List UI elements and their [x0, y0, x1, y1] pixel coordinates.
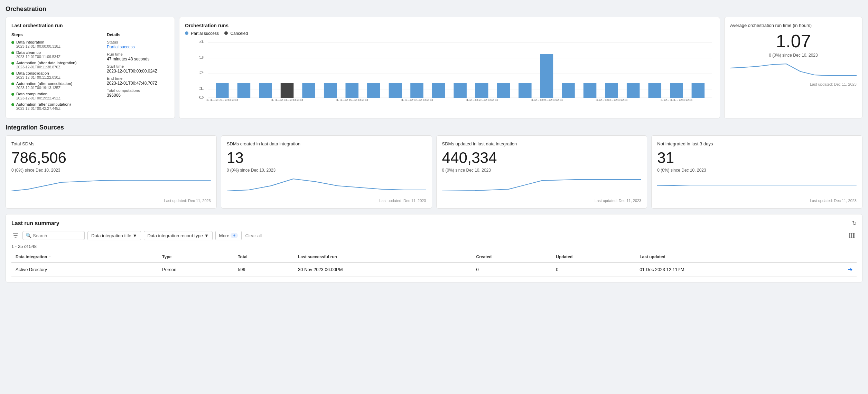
chevron-down-icon-2: ▼: [204, 233, 209, 238]
svg-rect-40: [692, 83, 705, 98]
step-info: Data clean up 2023-12-01T00:11:09.534Z: [16, 50, 60, 59]
step-name: Data integration: [16, 40, 60, 44]
svg-rect-29: [519, 83, 532, 98]
sdm-sparkline: [657, 175, 857, 193]
canceled-dot: [224, 31, 228, 35]
row-arrow[interactable]: ➔: [848, 266, 852, 273]
sdm-card-title: Total SDMs: [11, 141, 211, 146]
partial-dot: [185, 31, 188, 35]
step-item: Data computation 2023-12-01T00:19:22.492…: [11, 92, 100, 100]
search-input-wrap[interactable]: 🔍: [22, 231, 85, 240]
sdm-number: 13: [227, 149, 426, 166]
step-info: Automation (after data integration) 2023…: [16, 61, 77, 69]
page-title: Orchestration: [6, 6, 862, 13]
cell-type: Person: [158, 262, 234, 277]
sdm-number: 31: [657, 149, 857, 166]
main-page: Orchestration Last orchestration run Ste…: [0, 0, 868, 288]
cell-action[interactable]: ➔: [814, 262, 857, 277]
sdm-last-updated: Last updated: Dec 11, 2023: [657, 199, 857, 203]
step-time: 2023-12-01T00:11:22.030Z: [16, 75, 60, 79]
search-input[interactable]: [33, 233, 82, 238]
sdm-number: 786,506: [11, 149, 211, 166]
svg-text:11-26-2023: 11-26-2023: [336, 99, 368, 101]
step-time: 2023-12-01T00:19:22.492Z: [16, 96, 60, 100]
step-name: Data computation: [16, 92, 60, 96]
step-name: Automation (after computation): [16, 102, 71, 106]
avg-value: 1.07: [730, 31, 857, 51]
col-last-successful-run: Last successful run: [294, 252, 472, 262]
last-run-title: Last orchestration run: [11, 23, 169, 28]
summary-table: Data integration ↑ Type Total Last succe…: [11, 252, 857, 277]
runs-title: Orchestration runs: [185, 23, 714, 28]
col-created: Created: [472, 252, 552, 262]
cell-created: 0: [472, 262, 552, 277]
orchestration-runs-card: Orchestration runs Partial success Cance…: [179, 17, 720, 118]
summary-header: Last run summary ↻: [11, 220, 857, 227]
summary-toolbar: 🔍 Data integration title ▼ Data integrat…: [11, 231, 857, 240]
cell-data-integration: Active Directory: [11, 262, 158, 277]
svg-rect-32: [562, 83, 575, 98]
data-integration-title-filter[interactable]: Data integration title ▼: [87, 231, 141, 240]
step-info: Data integration 2023-12-01T00:00:00.318…: [16, 40, 60, 48]
table-head: Data integration ↑ Type Total Last succe…: [11, 252, 857, 262]
table-row: Active Directory Person 599 30 Nov 2023 …: [11, 262, 857, 277]
svg-rect-17: [324, 83, 337, 98]
step-dot: [11, 83, 14, 85]
col-last-updated: Last updated: [635, 252, 813, 262]
sdm-sparkline: [227, 175, 426, 193]
starttime-value: 2023-12-01T00:00:00.024Z: [107, 69, 169, 74]
svg-rect-33: [584, 83, 597, 98]
svg-text:11-23-2023: 11-23-2023: [271, 99, 304, 101]
col-data-integration: Data integration ↑: [11, 252, 158, 262]
integration-sources-title: Integration Sources: [6, 124, 862, 131]
steps-column: Steps Data integration 2023-12-01T00:00:…: [11, 32, 100, 113]
steps-header: Steps: [11, 32, 100, 37]
filter-icon: [13, 233, 18, 238]
cell-total: 599: [234, 262, 294, 277]
data-integration-record-type-filter[interactable]: Data integration record type ▼: [144, 231, 213, 240]
sdm-cards: Total SDMs 786,506 0 (0%) since Dec 10, …: [6, 135, 862, 209]
last-run-summary-section: Last run summary ↻ 🔍 Data integration ti…: [6, 214, 862, 282]
chevron-down-icon: ▼: [133, 233, 137, 238]
clear-all-button[interactable]: Clear all: [244, 231, 262, 240]
step-item: Data consolidation 2023-12-01T00:11:22.0…: [11, 71, 100, 79]
svg-rect-24: [432, 83, 445, 98]
step-time: 2023-12-01T00:42:27.445Z: [16, 106, 71, 110]
step-time: 2023-12-01T00:00:00.318Z: [16, 44, 60, 48]
svg-rect-13: [259, 83, 272, 98]
svg-text:0: 0: [199, 96, 204, 99]
col-action: [814, 252, 857, 262]
sdm-since: 0 (0%) since Dec 10, 2023: [657, 168, 857, 173]
sdm-card-title: SDMs created in last data integration: [227, 141, 426, 146]
avg-since: 0 (0%) since Dec 10, 2023: [730, 53, 857, 58]
svg-rect-26: [475, 83, 488, 98]
runtime-value: 47 minutes 48 seconds: [107, 57, 169, 61]
sdm-number: 440,334: [442, 149, 642, 166]
col-updated: Updated: [552, 252, 635, 262]
legend-canceled: Canceled: [224, 31, 248, 36]
more-button[interactable]: More +: [215, 231, 242, 240]
svg-rect-38: [670, 83, 683, 98]
step-dot: [11, 72, 14, 75]
step-name: Data consolidation: [16, 71, 60, 75]
search-icon: 🔍: [26, 233, 31, 238]
filter-icon-button[interactable]: [11, 231, 20, 240]
sdm-sparkline: [442, 175, 642, 193]
sdm-sparkline: [11, 175, 211, 193]
cell-updated: 0: [552, 262, 635, 277]
cell-last-successful-run: 30 Nov 2023 06:00PM: [294, 262, 472, 277]
result-count: 1 - 25 of 548: [11, 244, 857, 249]
sdm-card-title: Not integrated in last 3 days: [657, 141, 857, 146]
step-item: Data clean up 2023-12-01T00:11:09.534Z: [11, 50, 100, 59]
svg-text:12-02-2023: 12-02-2023: [466, 99, 498, 101]
sdm-since: 0 (0%) since Dec 10, 2023: [227, 168, 426, 173]
svg-rect-18: [345, 83, 358, 98]
sdm-card: SDMs updated in last data integration 44…: [436, 135, 647, 209]
more-badge: +: [231, 233, 238, 238]
details-header: Details: [107, 32, 169, 37]
sort-arrow: ↑: [49, 255, 51, 259]
step-name: Data clean up: [16, 50, 60, 55]
columns-button[interactable]: [848, 231, 857, 240]
step-item: Data integration 2023-12-01T00:00:00.318…: [11, 40, 100, 48]
refresh-button[interactable]: ↻: [852, 220, 857, 227]
